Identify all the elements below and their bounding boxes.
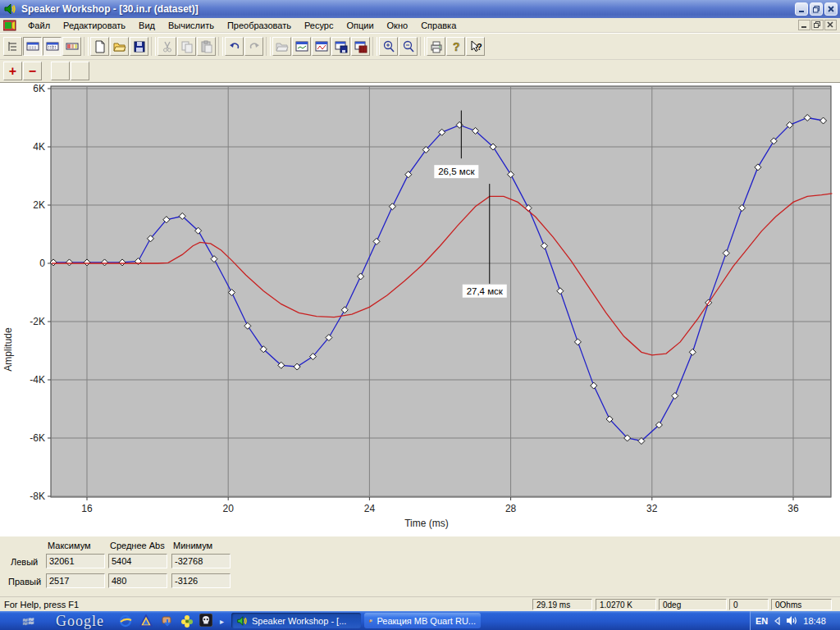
waveform-chart[interactable]: 6K4K2K0-2K-4K-6K-8K16202428323626,5 мск2… xyxy=(0,83,840,536)
google-deskbar-logo[interactable]: Google xyxy=(56,613,104,630)
mdi-close-button[interactable] xyxy=(824,20,837,30)
status-phase: 0deg xyxy=(659,599,727,610)
chart-window-button[interactable] xyxy=(292,37,311,56)
mdi-restore-button[interactable] xyxy=(811,20,824,30)
y-tick-label: -4K xyxy=(30,374,45,386)
add-point-button[interactable]: + xyxy=(3,62,22,80)
new-file-button[interactable] xyxy=(90,37,109,56)
language-indicator[interactable]: EN xyxy=(756,616,768,626)
cursor-label-1: 26,5 мск xyxy=(438,167,475,176)
view-grid-window-icon xyxy=(46,40,59,53)
svg-text:?: ? xyxy=(477,42,482,52)
menu-calculate[interactable]: Вычислить xyxy=(162,19,221,32)
zoom-in-button[interactable] xyxy=(379,37,398,56)
toolbar-separator xyxy=(266,37,271,56)
reaction-task-icon xyxy=(369,615,372,627)
outline-view-button[interactable] xyxy=(3,37,22,56)
restore-icon xyxy=(812,5,820,13)
chart-line-window-button[interactable] xyxy=(312,37,331,56)
menu-window[interactable]: Окно xyxy=(381,19,415,32)
menu-edit[interactable]: Редактировать xyxy=(57,19,132,32)
stats-header-min: Минимум xyxy=(173,541,212,550)
open-file-button[interactable] xyxy=(110,37,129,56)
task-button-label: Speaker Workshop - [... xyxy=(252,616,346,626)
menu-file[interactable]: Файл xyxy=(21,19,57,32)
menu-help[interactable]: Справка xyxy=(414,19,463,32)
menu-options[interactable]: Опции xyxy=(340,19,380,32)
print-button[interactable] xyxy=(427,37,445,56)
x-tick-label: 16 xyxy=(81,503,93,514)
context-help-button[interactable]: ? xyxy=(466,37,485,56)
blank-button-2[interactable] xyxy=(71,62,89,80)
tray-collapse-arrow-icon[interactable] xyxy=(774,617,781,625)
view-one-window-button[interactable] xyxy=(23,37,42,56)
undo-button[interactable] xyxy=(225,37,244,56)
minus-icon: − xyxy=(29,65,36,78)
menu-transform[interactable]: Преобразовать xyxy=(221,19,298,32)
stat-right-max[interactable]: 2517 xyxy=(46,573,105,588)
cut-icon xyxy=(161,40,174,53)
quicklaunch-chevron-icon[interactable]: ▸ xyxy=(220,617,224,626)
statistics-panel: Максимум Среднее Abs Минимум Левый 32061… xyxy=(0,536,840,596)
chart-window-icon xyxy=(295,40,308,53)
document-system-icon[interactable] xyxy=(3,20,16,31)
skull-app-icon[interactable] xyxy=(199,614,212,627)
x-tick-label: 28 xyxy=(505,503,517,514)
mdi-minimize-button[interactable] xyxy=(798,20,810,30)
cut-button[interactable] xyxy=(158,37,176,56)
tray-clock: 18:48 xyxy=(803,616,826,626)
icq-flower-icon[interactable] xyxy=(180,614,194,628)
taskbar-button-reaction[interactable]: Реакция MB Quart RU... xyxy=(364,613,481,628)
window-title: Speaker Workshop - [30.in.r (dataset)] xyxy=(21,3,199,15)
speaker-workshop-task-icon xyxy=(236,615,248,627)
save-file-button[interactable] xyxy=(130,37,148,56)
view-split-window-button[interactable] xyxy=(62,37,81,56)
zoom-out-icon xyxy=(402,40,415,53)
stats-row-label-left: Левый xyxy=(11,557,38,567)
delete-chart-button[interactable] xyxy=(351,37,370,56)
menu-view[interactable]: Вид xyxy=(132,19,162,32)
status-time-ms: 29.19 ms xyxy=(532,599,592,610)
plus-icon: + xyxy=(9,65,16,78)
stat-right-avg[interactable]: 480 xyxy=(108,573,167,588)
minimize-icon xyxy=(797,5,806,13)
open-chart-button[interactable] xyxy=(272,37,291,56)
stat-right-min[interactable]: -3126 xyxy=(171,573,231,588)
blank-button-1[interactable] xyxy=(51,62,70,80)
restore-button[interactable] xyxy=(810,2,823,16)
taskbar-button-speaker-workshop[interactable]: Speaker Workshop - [... xyxy=(231,613,361,628)
remove-point-button[interactable]: − xyxy=(23,62,42,80)
volume-icon[interactable] xyxy=(786,615,798,626)
zoom-in-icon xyxy=(382,40,395,53)
view-split-window-icon xyxy=(66,40,79,53)
stat-left-avg[interactable]: 5404 xyxy=(108,554,167,568)
zoom-out-button[interactable] xyxy=(399,37,418,56)
copy-button[interactable] xyxy=(177,37,196,56)
help-button[interactable]: ? xyxy=(446,37,465,56)
paste-button[interactable] xyxy=(197,37,216,56)
minimize-button[interactable] xyxy=(795,2,808,16)
toolbar-separator xyxy=(84,37,89,56)
internet-explorer-icon[interactable] xyxy=(119,614,132,628)
help-icon: ? xyxy=(450,40,463,53)
save-chart-button[interactable] xyxy=(331,37,350,56)
download-manager-icon[interactable] xyxy=(161,614,174,628)
redo-button[interactable] xyxy=(244,37,263,56)
toolbar-separator xyxy=(151,37,156,56)
close-button[interactable] xyxy=(824,2,838,16)
status-amplitude: 1.0270 K xyxy=(596,599,656,610)
stat-left-min[interactable]: -32768 xyxy=(171,554,231,568)
y-tick-label: -8K xyxy=(30,491,45,502)
stats-row-label-right: Правый xyxy=(8,577,41,587)
delphi-icon[interactable] xyxy=(139,614,153,628)
view-grid-window-button[interactable] xyxy=(43,37,62,56)
copy-icon xyxy=(180,40,194,53)
main-toolbar: ? ? xyxy=(0,33,840,59)
title-bar[interactable]: Speaker Workshop - [30.in.r (dataset)] xyxy=(0,0,840,18)
mdi-minimize-icon xyxy=(801,21,808,29)
chart-line-window-icon xyxy=(315,40,328,53)
status-help-text: For Help, press F1 xyxy=(4,600,79,609)
menu-resource[interactable]: Ресурс xyxy=(298,19,340,32)
save-file-icon xyxy=(133,40,146,53)
stat-left-max[interactable]: 32061 xyxy=(46,554,105,568)
